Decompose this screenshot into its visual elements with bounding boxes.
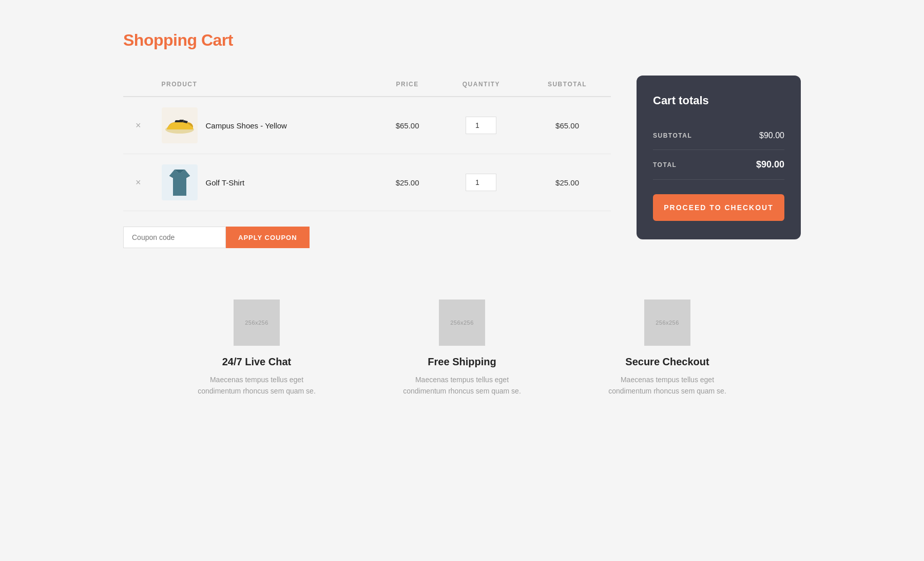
product-image-1	[162, 164, 198, 200]
page-title: Shopping Cart	[123, 31, 801, 50]
subtotal-cell-1: $25.00	[524, 154, 611, 211]
quantity-input-1[interactable]	[466, 174, 496, 191]
total-row: TOTAL $90.00	[653, 150, 784, 180]
secure-checkout-title: Secure Checkout	[601, 356, 734, 368]
remove-button-1[interactable]: ×	[131, 176, 145, 189]
remove-cell: ×	[123, 97, 153, 154]
cart-table-wrap: PRODUCT PRICE QUANTITY SUBTOTAL ×	[123, 76, 611, 248]
price-cell-0: $65.00	[376, 97, 438, 154]
product-image-0	[162, 107, 198, 143]
free-shipping-desc: Maecenas tempus tellus eget condimentum …	[395, 374, 529, 397]
live-chat-image: 256x256	[234, 300, 280, 346]
cart-totals-panel: Cart totals SUBTOTAL $90.00 TOTAL $90.00…	[637, 76, 801, 239]
table-row: × Golf T-Shirt $25.00	[123, 154, 611, 211]
quantity-cell-1	[439, 154, 524, 211]
col-header-price: PRICE	[376, 76, 438, 97]
product-cell: Golf T-Shirt	[153, 154, 376, 211]
feature-secure-checkout: 256x256 Secure Checkout Maecenas tempus …	[601, 300, 734, 397]
total-label: TOTAL	[653, 161, 677, 169]
remove-cell: ×	[123, 154, 153, 211]
subtotal-label: SUBTOTAL	[653, 132, 692, 139]
live-chat-title: 24/7 Live Chat	[190, 356, 323, 368]
col-header-remove	[123, 76, 153, 97]
product-name-0: Campus Shoes - Yellow	[206, 121, 287, 130]
remove-button-0[interactable]: ×	[131, 119, 145, 132]
feature-free-shipping: 256x256 Free Shipping Maecenas tempus te…	[395, 300, 529, 397]
quantity-cell-0	[439, 97, 524, 154]
product-cell: Campus Shoes - Yellow	[153, 97, 376, 154]
price-cell-1: $25.00	[376, 154, 438, 211]
checkout-button[interactable]: PROCEED TO CHECKOUT	[653, 194, 784, 221]
quantity-input-0[interactable]	[466, 117, 496, 134]
cart-totals-title: Cart totals	[653, 94, 784, 107]
free-shipping-image: 256x256	[439, 300, 485, 346]
secure-checkout-desc: Maecenas tempus tellus eget condimentum …	[601, 374, 734, 397]
col-header-quantity: QUANTITY	[439, 76, 524, 97]
total-value: $90.00	[756, 159, 784, 170]
cart-table: PRODUCT PRICE QUANTITY SUBTOTAL ×	[123, 76, 611, 211]
coupon-row: APPLY COUPON	[123, 227, 611, 248]
table-row: × Campus Shoes - Yellow	[123, 97, 611, 154]
free-shipping-title: Free Shipping	[395, 356, 529, 368]
col-header-product: PRODUCT	[153, 76, 376, 97]
product-name-1: Golf T-Shirt	[206, 178, 245, 187]
col-header-subtotal: SUBTOTAL	[524, 76, 611, 97]
feature-live-chat: 256x256 24/7 Live Chat Maecenas tempus t…	[190, 300, 323, 397]
subtotal-value: $90.00	[759, 131, 784, 140]
svg-marker-1	[169, 170, 190, 196]
apply-coupon-button[interactable]: APPLY COUPON	[226, 227, 310, 248]
cart-layout: PRODUCT PRICE QUANTITY SUBTOTAL ×	[123, 76, 801, 248]
live-chat-desc: Maecenas tempus tellus eget condimentum …	[190, 374, 323, 397]
subtotal-row: SUBTOTAL $90.00	[653, 122, 784, 150]
subtotal-cell-0: $65.00	[524, 97, 611, 154]
coupon-input[interactable]	[123, 227, 226, 248]
secure-checkout-image: 256x256	[644, 300, 690, 346]
features-section: 256x256 24/7 Live Chat Maecenas tempus t…	[123, 300, 801, 397]
